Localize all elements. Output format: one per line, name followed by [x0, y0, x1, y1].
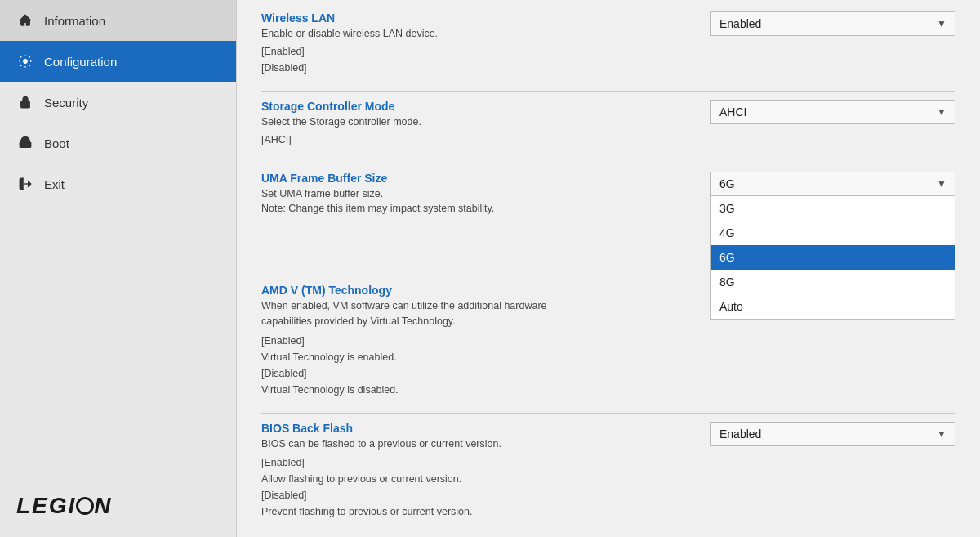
sidebar-item-security[interactable]: Security: [0, 82, 236, 123]
bios-flash-note-4: Prevent flashing to previous or current …: [261, 503, 501, 520]
uma-frame-dropdown[interactable]: 6G ▼: [710, 172, 956, 196]
wireless-lan-dropdown[interactable]: Enabled ▼: [710, 11, 956, 36]
uma-option-8g[interactable]: 8G: [711, 270, 955, 294]
sidebar: Information Configuration Security Boot: [0, 0, 237, 537]
sidebar-item-configuration[interactable]: Configuration: [0, 41, 236, 82]
sidebar-item-information[interactable]: Information: [0, 0, 236, 41]
sidebar-label-boot: Boot: [44, 136, 69, 150]
uma-frame-dropdown-value: 6G: [719, 177, 735, 190]
wireless-lan-info: Wireless LAN Enable or disable wireless …: [261, 11, 438, 76]
setting-bios-flash: BIOS Back Flash BIOS can be flashed to a…: [261, 422, 956, 521]
svg-rect-1: [21, 101, 30, 108]
bios-flash-dropdown[interactable]: Enabled ▼: [710, 422, 956, 446]
storage-controller-dropdown-arrow: ▼: [937, 106, 947, 118]
lock-icon: [16, 93, 34, 111]
storage-controller-dropdown-value: AHCI: [719, 105, 746, 119]
sidebar-label-exit: Exit: [44, 177, 65, 191]
wireless-lan-description: Enable or disable wireless LAN device.: [261, 26, 438, 42]
wireless-lan-title: Wireless LAN: [261, 11, 438, 25]
bios-flash-dropdown-arrow: ▼: [937, 428, 947, 440]
storage-controller-description: Select the Storage controller mode.: [261, 114, 421, 130]
storage-controller-title: Storage Controller Mode: [261, 100, 421, 113]
storage-controller-control: AHCI ▼: [710, 100, 956, 124]
uma-frame-dropdown-arrow: ▼: [937, 178, 947, 190]
storage-controller-note: [AHCI]: [261, 132, 421, 148]
wireless-lan-dropdown-arrow: ▼: [937, 18, 947, 29]
uma-frame-description: Set UMA frame buffer size.Note: Change t…: [261, 186, 494, 217]
amd-v-note-2: Virtual Technology is enabled.: [261, 349, 956, 365]
bios-flash-description: BIOS can be flashed to a previous or cur…: [261, 436, 501, 452]
bios-flash-note-2: Allow flashing to previous or current ve…: [261, 471, 501, 487]
storage-controller-dropdown[interactable]: AHCI ▼: [710, 100, 956, 124]
bios-flash-title: BIOS Back Flash: [261, 422, 501, 435]
storage-controller-info: Storage Controller Mode Select the Stora…: [261, 100, 421, 148]
wireless-lan-control: Enabled ▼: [710, 11, 956, 36]
divider-3: [261, 413, 956, 414]
bios-flash-info: BIOS Back Flash BIOS can be flashed to a…: [261, 422, 501, 521]
setting-wireless-lan: Wireless LAN Enable or disable wireless …: [261, 11, 956, 76]
uma-option-6g[interactable]: 6G: [711, 245, 955, 270]
bios-flash-control: Enabled ▼: [710, 422, 956, 446]
main-content: Wireless LAN Enable or disable wireless …: [237, 0, 980, 537]
uma-frame-info: UMA Frame Buffer Size Set UMA frame buff…: [261, 172, 494, 219]
setting-storage-controller: Storage Controller Mode Select the Stora…: [261, 100, 956, 148]
sidebar-item-boot[interactable]: Boot: [0, 123, 236, 163]
bios-flash-dropdown-value: Enabled: [719, 427, 761, 441]
uma-frame-dropdown-menu: 3G 4G 6G 8G Auto: [710, 196, 956, 320]
exit-icon: [16, 175, 34, 193]
bios-flash-note-3: [Disabled]: [261, 487, 501, 503]
bios-flash-note-1: [Enabled]: [261, 454, 501, 471]
brand-logo: LEGIN: [0, 478, 236, 537]
amd-v-note-4: Virtual Technology is disabled.: [261, 382, 956, 398]
uma-option-4g[interactable]: 4G: [711, 221, 955, 245]
uma-frame-control: 6G ▼ 3G 4G 6G 8G Auto: [710, 172, 956, 196]
wireless-lan-dropdown-value: Enabled: [719, 17, 761, 30]
svg-point-2: [24, 144, 26, 145]
amd-v-note-1: [Enabled]: [261, 333, 956, 349]
uma-option-3g[interactable]: 3G: [711, 196, 955, 221]
sidebar-label-security: Security: [44, 96, 88, 110]
uma-frame-title: UMA Frame Buffer Size: [261, 172, 494, 185]
wireless-lan-note-disabled: [Disabled]: [261, 60, 438, 76]
svg-point-0: [24, 60, 28, 64]
sidebar-label-information: Information: [44, 14, 105, 28]
uma-frame-dropdown-container: 6G ▼ 3G 4G 6G 8G Auto: [710, 172, 956, 196]
uma-option-auto[interactable]: Auto: [711, 294, 955, 319]
amd-v-note-3: [Disabled]: [261, 365, 956, 382]
sidebar-item-exit[interactable]: Exit: [0, 163, 236, 204]
setting-uma-frame: UMA Frame Buffer Size Set UMA frame buff…: [261, 172, 956, 219]
wireless-lan-note-enabled: [Enabled]: [261, 43, 438, 60]
divider-1: [261, 91, 956, 92]
gear-icon: [16, 52, 34, 70]
boot-icon: [16, 134, 34, 152]
divider-2: [261, 163, 956, 163]
sidebar-label-configuration: Configuration: [44, 55, 117, 69]
home-icon: [16, 11, 34, 29]
